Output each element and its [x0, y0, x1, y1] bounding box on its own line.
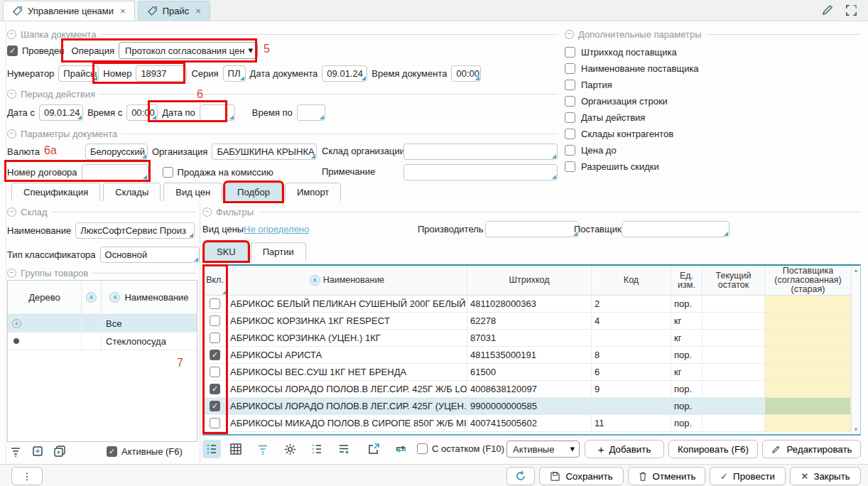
column-header-barcode[interactable]: Штрихкод — [467, 266, 592, 295]
classifier-field[interactable]: Основной — [100, 247, 200, 263]
edit-button[interactable]: Редактировать — [762, 440, 861, 458]
column-header-unit[interactable]: Ед. изм. — [671, 266, 702, 295]
fullscreen-icon[interactable] — [845, 4, 858, 17]
date-from-field[interactable]: 09.01.24 — [39, 104, 83, 121]
reload-loop-icon[interactable] — [391, 440, 410, 458]
time-from-field[interactable]: 00:00 — [126, 104, 158, 121]
series-field[interactable]: ПЛ — [223, 65, 246, 82]
extra-param-checkbox[interactable] — [565, 47, 575, 58]
with-stock-checkbox[interactable] — [417, 443, 428, 454]
posted-checkbox[interactable] — [7, 45, 18, 56]
sku-tab-партии[interactable]: Партии — [251, 242, 306, 261]
add-row-icon[interactable] — [335, 440, 353, 458]
list-view-icon[interactable] — [202, 440, 221, 458]
date-to-field[interactable] — [200, 104, 235, 121]
filter-icon[interactable] — [254, 440, 272, 458]
extra-param-checkbox[interactable] — [565, 161, 575, 172]
doc-tab-спецификация[interactable]: Спецификация — [11, 183, 100, 201]
close-tab-icon[interactable]: × — [120, 6, 126, 16]
table-row[interactable]: АБРИКОСЫ ВЕС.СУШ 1КГ НЕТ БРЕНДА615006кг — [203, 364, 860, 381]
org-store-field[interactable] — [403, 144, 558, 160]
collapse-icon[interactable]: − — [7, 30, 16, 39]
edit-pencil-icon[interactable] — [820, 3, 835, 17]
row-include-checkbox[interactable] — [210, 367, 220, 377]
scroll-up-icon[interactable]: ▲ — [853, 267, 859, 274]
table-row[interactable]: АБРИКОС КОРЗИНКА (УЦЕН.) 1КГ87031кг — [203, 330, 860, 347]
operation-select[interactable]: Протокол согласования цен — [119, 42, 258, 59]
sort-up-icon[interactable]: ∧ — [310, 275, 320, 286]
row-include-checkbox[interactable] — [210, 298, 220, 309]
doc-date-field[interactable]: 09.01.24 — [322, 65, 367, 82]
commission-checkbox[interactable] — [163, 167, 173, 178]
refresh-button[interactable] — [506, 467, 535, 485]
column-header-tree[interactable]: Дерево — [28, 292, 60, 303]
collapse-icon[interactable]: − — [7, 269, 16, 278]
close-button[interactable]: ✕ Закрыть — [790, 467, 861, 485]
column-header-incl[interactable]: Вкл. — [203, 266, 227, 295]
filter-sort-icon[interactable] — [10, 445, 23, 458]
organization-field[interactable]: БАБУШКИНА КРЫНКА ( — [212, 144, 317, 160]
note-field[interactable] — [403, 164, 558, 180]
view-filter-select[interactable]: Активные — [506, 441, 580, 458]
save-button[interactable]: Сохранить — [539, 467, 624, 485]
window-tab-price[interactable]: Прайс × — [138, 1, 210, 21]
row-include-checkbox[interactable] — [210, 333, 220, 343]
cancel-button[interactable]: Отменить — [628, 467, 705, 485]
copy-add-icon[interactable] — [53, 445, 67, 458]
table-row[interactable]: АБРИКОСЫ ЛОРАДО ПОЛОВ.В ЛЕГ.СИР. 425Г (У… — [203, 398, 860, 415]
more-menu-button[interactable]: ⋮ — [11, 467, 43, 485]
doc-tab-склады[interactable]: Склады — [103, 183, 161, 201]
row-include-checkbox[interactable] — [210, 384, 220, 394]
extra-param-checkbox[interactable] — [565, 145, 575, 156]
group-row[interactable]: Стеклопосуда — [8, 333, 197, 350]
row-include-checkbox[interactable] — [210, 418, 220, 428]
tree-expand-icon[interactable]: + — [12, 319, 21, 328]
add-button[interactable]: +Добавить — [585, 440, 664, 458]
contract-field[interactable] — [82, 164, 148, 180]
time-to-field[interactable] — [297, 104, 325, 121]
collapse-icon[interactable]: − — [202, 207, 212, 217]
copy-button[interactable]: Копировать (F6) — [668, 440, 758, 458]
numerator-field[interactable]: Прайсы — [58, 65, 99, 82]
table-row[interactable]: АБРИКОС БЕЛЫЙ ПЕЛИКАН СУШЕНЫЙ 200Г БЕЛЫЙ… — [203, 296, 860, 313]
row-include-checkbox[interactable] — [210, 315, 220, 326]
collapse-icon[interactable]: − — [7, 129, 16, 139]
vertical-scrollbar[interactable]: ▲ ▼ — [851, 266, 860, 434]
extra-param-checkbox[interactable] — [565, 129, 575, 139]
add-box-icon[interactable] — [31, 445, 44, 458]
sort-up-icon[interactable]: ∧ — [86, 292, 97, 303]
doc-tab-вид цен[interactable]: Вид цен — [163, 183, 222, 201]
sku-tab-sku[interactable]: SKU — [205, 242, 248, 261]
active-f6-checkbox[interactable] — [107, 446, 117, 457]
extra-param-checkbox[interactable] — [565, 63, 575, 74]
collapse-icon[interactable]: − — [565, 30, 574, 39]
column-header-name[interactable]: ∧ Наименование — [227, 266, 467, 295]
row-include-checkbox[interactable] — [210, 350, 220, 360]
column-header-name[interactable]: Наименование — [124, 292, 188, 303]
open-external-icon[interactable] — [364, 440, 383, 458]
extra-param-checkbox[interactable] — [565, 112, 575, 123]
extra-param-checkbox[interactable] — [565, 80, 575, 90]
collapse-icon[interactable]: − — [7, 207, 16, 217]
row-include-checkbox[interactable] — [210, 401, 220, 411]
table-row[interactable]: АБРИКОСЫ АРИСТА48115350001918пор. — [203, 347, 860, 364]
table-row[interactable]: АБРИКОС КОРЗИНКА 1КГ RESPECT622784кг — [203, 313, 860, 330]
collapse-icon[interactable]: − — [7, 90, 16, 99]
table-row[interactable]: АБРИКОСЫ ЛОРАДО ПОЛОВ.В ЛЕГ.СИР. 425Г Ж/… — [203, 381, 860, 398]
sort-up-icon[interactable]: ∧ — [109, 292, 120, 303]
table-row[interactable]: АБРИКОСЫ МИКАДО ПОЛОВ.В СИРОПЕ 850Г Ж/Б … — [203, 415, 860, 432]
extra-param-checkbox[interactable] — [565, 96, 575, 107]
producer-field[interactable] — [485, 221, 579, 237]
doc-tab-импорт[interactable]: Импорт — [285, 183, 341, 201]
price-type-link[interactable]: Не определено — [244, 224, 309, 234]
window-tab-price-management[interactable]: Управление ценами × — [3, 1, 135, 21]
doc-tab-подбор[interactable]: Подбор — [225, 183, 282, 201]
currency-field[interactable]: Белорусский — [85, 144, 148, 160]
group-row[interactable]: +Все — [8, 315, 197, 333]
scroll-down-icon[interactable]: ▼ — [853, 426, 859, 433]
grid-view-icon[interactable] — [227, 440, 245, 458]
post-button[interactable]: ✓ Провести — [710, 467, 786, 485]
column-header-stock[interactable]: Текущий остаток — [702, 266, 765, 295]
gear-icon[interactable] — [281, 440, 299, 458]
numbered-list-icon[interactable] — [308, 440, 326, 458]
